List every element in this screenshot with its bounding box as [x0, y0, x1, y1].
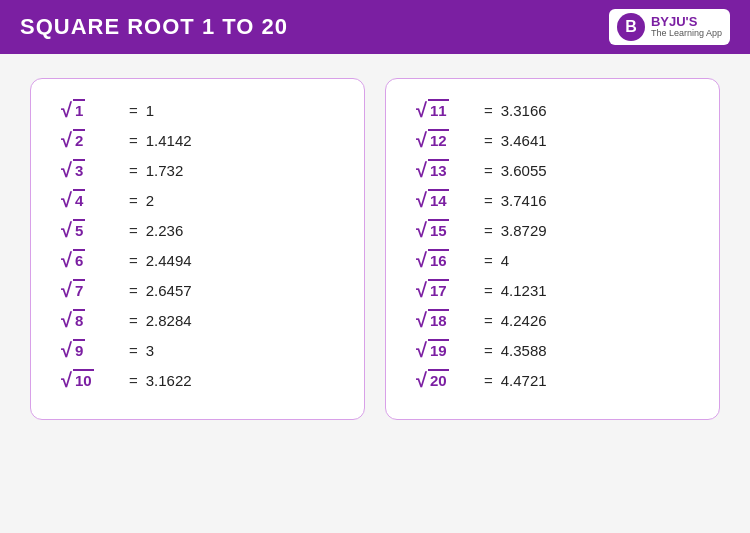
sqrt-expression: √ 11 — [416, 99, 476, 119]
sqrt-symbol: √ — [61, 250, 72, 270]
equals-sign: = — [484, 132, 493, 149]
sqrt-row: √ 5 = 2.236 — [61, 219, 334, 239]
sqrt-number: 15 — [428, 219, 449, 239]
sqrt-symbol: √ — [416, 220, 427, 240]
sqrt-value: 3.1622 — [146, 372, 192, 389]
sqrt-value: 1.732 — [146, 162, 184, 179]
sqrt-symbol: √ — [61, 310, 72, 330]
sqrt-symbol: √ — [61, 160, 72, 180]
sqrt-value: 3.6055 — [501, 162, 547, 179]
sqrt-expression: √ 5 — [61, 219, 121, 239]
equals-sign: = — [129, 312, 138, 329]
sqrt-symbol: √ — [416, 160, 427, 180]
sqrt-symbol: √ — [416, 100, 427, 120]
sqrt-value: 1 — [146, 102, 154, 119]
sqrt-expression: √ 20 — [416, 369, 476, 389]
logo-icon: B — [617, 13, 645, 41]
sqrt-symbol: √ — [416, 250, 427, 270]
main-content: √ 1 = 1 √ 2 = 1.4142 √ 3 = 1.732 — [0, 54, 750, 533]
sqrt-row: √ 3 = 1.732 — [61, 159, 334, 179]
sqrt-row: √ 12 = 3.4641 — [416, 129, 689, 149]
sqrt-row: √ 10 = 3.1622 — [61, 369, 334, 389]
sqrt-row: √ 1 = 1 — [61, 99, 334, 119]
sqrt-value: 1.4142 — [146, 132, 192, 149]
sqrt-symbol: √ — [61, 280, 72, 300]
page-title: SQUARE ROOT 1 TO 20 — [20, 14, 288, 40]
sqrt-number: 12 — [428, 129, 449, 149]
equals-sign: = — [129, 342, 138, 359]
sqrt-value: 2.6457 — [146, 282, 192, 299]
sqrt-symbol: √ — [61, 220, 72, 240]
sqrt-number: 9 — [73, 339, 85, 359]
sqrt-number: 10 — [73, 369, 94, 389]
sqrt-value: 2 — [146, 192, 154, 209]
sqrt-expression: √ 15 — [416, 219, 476, 239]
sqrt-value: 3.3166 — [501, 102, 547, 119]
equals-sign: = — [484, 102, 493, 119]
sqrt-expression: √ 12 — [416, 129, 476, 149]
sqrt-number: 17 — [428, 279, 449, 299]
sqrt-expression: √ 4 — [61, 189, 121, 209]
sqrt-symbol: √ — [416, 190, 427, 210]
sqrt-row: √ 6 = 2.4494 — [61, 249, 334, 269]
sqrt-number: 14 — [428, 189, 449, 209]
sqrt-expression: √ 16 — [416, 249, 476, 269]
equals-sign: = — [129, 192, 138, 209]
sqrt-symbol: √ — [416, 340, 427, 360]
equals-sign: = — [129, 252, 138, 269]
sqrt-value: 3.7416 — [501, 192, 547, 209]
byju-logo: B BYJU'S The Learning App — [609, 9, 730, 45]
equals-sign: = — [484, 192, 493, 209]
equals-sign: = — [129, 222, 138, 239]
sqrt-row: √ 16 = 4 — [416, 249, 689, 269]
sqrt-number: 8 — [73, 309, 85, 329]
brand-name: BYJU'S — [651, 15, 722, 29]
sqrt-expression: √ 10 — [61, 369, 121, 389]
sqrt-expression: √ 3 — [61, 159, 121, 179]
sqrt-row: √ 13 = 3.6055 — [416, 159, 689, 179]
sqrt-number: 2 — [73, 129, 85, 149]
equals-sign: = — [484, 222, 493, 239]
sqrt-number: 16 — [428, 249, 449, 269]
equals-sign: = — [129, 102, 138, 119]
sqrt-number: 18 — [428, 309, 449, 329]
sqrt-number: 13 — [428, 159, 449, 179]
sqrt-row: √ 9 = 3 — [61, 339, 334, 359]
sqrt-value: 4.3588 — [501, 342, 547, 359]
sqrt-number: 7 — [73, 279, 85, 299]
sqrt-number: 1 — [73, 99, 85, 119]
left-card: √ 1 = 1 √ 2 = 1.4142 √ 3 = 1.732 — [30, 78, 365, 420]
sqrt-expression: √ 7 — [61, 279, 121, 299]
equals-sign: = — [484, 252, 493, 269]
sqrt-row: √ 7 = 2.6457 — [61, 279, 334, 299]
equals-sign: = — [484, 372, 493, 389]
equals-sign: = — [484, 282, 493, 299]
sqrt-expression: √ 1 — [61, 99, 121, 119]
sqrt-row: √ 14 = 3.7416 — [416, 189, 689, 209]
equals-sign: = — [129, 162, 138, 179]
sqrt-number: 19 — [428, 339, 449, 359]
sqrt-value: 3 — [146, 342, 154, 359]
equals-sign: = — [484, 312, 493, 329]
sqrt-row: √ 2 = 1.4142 — [61, 129, 334, 149]
sqrt-expression: √ 18 — [416, 309, 476, 329]
sqrt-expression: √ 2 — [61, 129, 121, 149]
right-card: √ 11 = 3.3166 √ 12 = 3.4641 √ 13 = 3. — [385, 78, 720, 420]
sqrt-value: 3.8729 — [501, 222, 547, 239]
sqrt-row: √ 20 = 4.4721 — [416, 369, 689, 389]
sqrt-symbol: √ — [416, 130, 427, 150]
sqrt-symbol: √ — [61, 370, 72, 390]
logo-text: BYJU'S The Learning App — [651, 15, 722, 39]
page-header: SQUARE ROOT 1 TO 20 B BYJU'S The Learnin… — [0, 0, 750, 54]
sqrt-expression: √ 14 — [416, 189, 476, 209]
sqrt-symbol: √ — [61, 340, 72, 360]
sqrt-symbol: √ — [416, 280, 427, 300]
sqrt-expression: √ 19 — [416, 339, 476, 359]
sqrt-row: √ 17 = 4.1231 — [416, 279, 689, 299]
sqrt-row: √ 11 = 3.3166 — [416, 99, 689, 119]
sqrt-value: 2.4494 — [146, 252, 192, 269]
sqrt-value: 4 — [501, 252, 509, 269]
sqrt-expression: √ 13 — [416, 159, 476, 179]
sqrt-number: 6 — [73, 249, 85, 269]
sqrt-number: 11 — [428, 99, 449, 119]
